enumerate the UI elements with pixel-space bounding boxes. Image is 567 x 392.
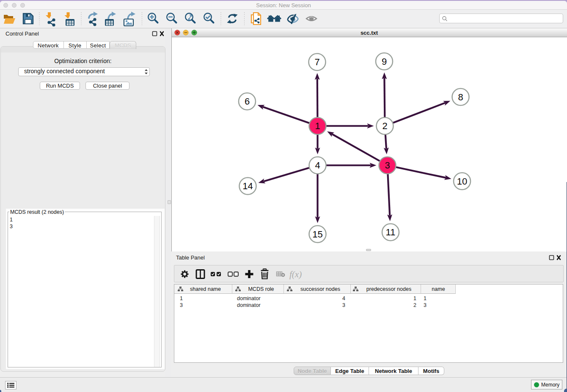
svg-text:f(x): f(x)	[289, 269, 302, 279]
svg-text:10: 10	[457, 176, 467, 187]
svg-text:2: 2	[382, 121, 387, 131]
svg-text:8: 8	[458, 92, 463, 102]
svg-text:9: 9	[382, 56, 387, 67]
svg-text:11: 11	[386, 227, 396, 237]
svg-text:15: 15	[312, 229, 322, 240]
svg-text:4: 4	[315, 160, 320, 171]
svg-text:1: 1	[315, 121, 320, 131]
svg-text:3: 3	[385, 160, 390, 171]
svg-text:6: 6	[245, 96, 250, 107]
svg-text:7: 7	[314, 57, 319, 67]
svg-text:14: 14	[242, 181, 253, 191]
